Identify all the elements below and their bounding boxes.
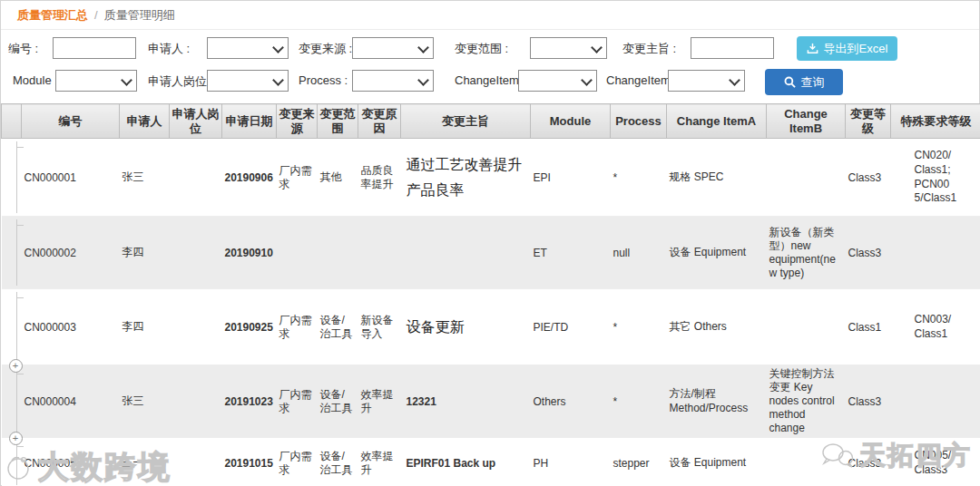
search-label: 查询 — [801, 74, 825, 91]
tree-line — [16, 368, 17, 434]
filter-module-label: Module : — [13, 73, 58, 87]
cell-subject: 通过工艺改善提升产品良率 — [401, 139, 531, 217]
filter-change-item-b-select[interactable] — [668, 70, 745, 92]
tree-tick — [16, 446, 24, 447]
header-cell-process: Process — [611, 104, 667, 139]
cell-source: 厂内需求 — [277, 289, 318, 365]
cell-date: 20190910 — [222, 217, 277, 289]
tree-cell: + — [2, 365, 22, 438]
header-cell-scope: 变更范围 — [318, 104, 358, 139]
export-excel-button[interactable]: 导出到Excel — [797, 36, 897, 61]
cell-id: CN000004 — [22, 365, 120, 438]
cell-source: 厂内需求 — [277, 365, 318, 438]
cell-item-a: 设备 Equipment — [667, 217, 767, 289]
filter-change-source-label: 变更来源 : — [299, 41, 352, 57]
cell-scope: 设备/治工具 — [318, 438, 358, 486]
breadcrumb-separator: / — [94, 8, 98, 22]
cell-level: Class3 — [846, 139, 891, 217]
header-cell-level: 变更等级 — [846, 104, 891, 139]
header-cell-id: 编号 — [22, 104, 120, 139]
cell-item-a: 设备 Equipment — [667, 438, 767, 486]
expand-icon[interactable]: + — [9, 432, 23, 445]
cell-level: Class3 — [846, 365, 891, 438]
filter-change-subject-input[interactable] — [691, 37, 774, 59]
filter-change-scope-label: 变更范围 : — [455, 41, 508, 57]
cell-reason: 品质良率提升 — [358, 139, 401, 217]
chevron-down-icon — [417, 42, 429, 53]
cell-item-b — [767, 438, 846, 486]
table-row[interactable]: CN000002李四20190910ETnull设备 Equipment新设备（… — [2, 217, 980, 289]
cell-special-text: CN003/Class1 — [915, 313, 958, 341]
cell-id: CN000002 — [22, 217, 120, 289]
cell-process: null — [611, 217, 667, 289]
filter-panel: 导出到Excel 查询 编号 :申请人 :变更来源 :变更范围 :变更主旨 :M… — [1, 30, 979, 103]
cell-date: 20191023 — [222, 365, 277, 438]
cell-item-a: 方法/制程 Method/Process — [667, 365, 767, 438]
cell-source: 厂内需求 — [277, 139, 318, 217]
export-excel-label: 导出到Excel — [824, 41, 888, 57]
cell-date: 20190906 — [222, 139, 277, 217]
cell-applicant: 李四 — [120, 289, 170, 365]
tree-tick — [16, 374, 24, 374]
expand-icon[interactable]: + — [9, 359, 23, 373]
tree-cell — [2, 139, 22, 217]
cell-item-b — [767, 139, 846, 217]
search-button[interactable]: 查询 — [765, 69, 843, 95]
cell-module: EPI — [531, 139, 611, 217]
breadcrumb-summary-link[interactable]: 质量管理汇总 — [17, 7, 88, 24]
cell-special: CN020/Class1;PCN005/Class1 — [891, 139, 980, 217]
quality-management-page: 质量管理汇总 / 质量管理明细 导出到Excel 查询 编号 :申请人 :变更来… — [0, 0, 980, 486]
tree-cell: + — [2, 438, 22, 486]
cell-subject: 12321 — [401, 365, 531, 438]
table-row[interactable]: +CN000005王一20191015厂内需求设备/治工具效率提升EPIRF01… — [2, 438, 980, 486]
cell-id: CN000003 — [22, 289, 120, 365]
table-row[interactable]: CN000001张三20190906厂内需求其他品质良率提升通过工艺改善提升产品… — [2, 139, 980, 217]
cell-scope: 设备/治工具 — [318, 289, 358, 365]
chevron-down-icon — [272, 42, 284, 53]
cell-item-b: 关键控制方法变更 Key nodes control method change — [767, 365, 846, 438]
cell-position — [170, 139, 222, 217]
filter-change-subject-label: 变更主旨 : — [622, 41, 676, 57]
filter-process-label: Process : — [299, 73, 348, 87]
header-cell-special: 特殊要求等级 — [891, 104, 980, 139]
filter-module-select[interactable] — [55, 70, 137, 92]
filter-change-scope-select[interactable] — [530, 37, 607, 59]
cell-date: 20191015 — [222, 438, 277, 486]
cell-special — [891, 365, 980, 438]
tree-tick — [16, 297, 24, 298]
cell-subject: EPIRF01 Back up — [401, 438, 531, 486]
cell-id: CN000005 — [22, 438, 120, 486]
filter-process-select[interactable] — [352, 70, 434, 92]
cell-item-b: 新设备（新类型）new equipment(new type) — [767, 217, 846, 289]
tree-cell — [2, 217, 22, 289]
cell-module: ET — [531, 217, 611, 289]
filter-applicant-select[interactable] — [207, 37, 289, 59]
cell-process: stepper — [611, 438, 667, 486]
cell-source: 厂内需求 — [277, 438, 318, 486]
tree-line — [16, 141, 17, 213]
filter-number-label: 编号 : — [8, 41, 38, 57]
chevron-down-icon — [121, 74, 132, 86]
search-icon — [784, 76, 796, 88]
filter-change-item-a-select[interactable] — [518, 70, 597, 92]
chevron-down-icon — [591, 42, 603, 53]
filter-change-source-select[interactable] — [352, 37, 434, 59]
filter-applicant-position-select[interactable] — [207, 70, 289, 92]
header-cell-item-a: Change ItemA — [667, 104, 767, 139]
chevron-down-icon — [729, 74, 740, 86]
table-row[interactable]: CN000003李四20190925厂内需求设备/治工具新设备导入设备更新PIE… — [2, 289, 980, 365]
cell-applicant: 王一 — [120, 438, 170, 486]
cell-reason: 效率提升 — [358, 438, 401, 486]
table-row[interactable]: +CN000004张三20191023厂内需求设备/治工具效率提升12321Ot… — [2, 365, 980, 438]
cell-reason — [358, 217, 401, 289]
chevron-down-icon — [581, 74, 593, 86]
tree-tick — [16, 147, 24, 148]
cell-applicant: 李四 — [120, 217, 170, 289]
chevron-down-icon — [417, 74, 429, 86]
filter-number-input[interactable] — [53, 37, 136, 59]
cell-process: * — [611, 139, 667, 217]
cell-scope: 设备/治工具 — [318, 365, 358, 438]
tree-line — [16, 292, 17, 362]
cell-special-text: CN020/Class1;PCN005/Class1 — [915, 149, 958, 205]
cell-reason: 新设备导入 — [358, 289, 401, 365]
